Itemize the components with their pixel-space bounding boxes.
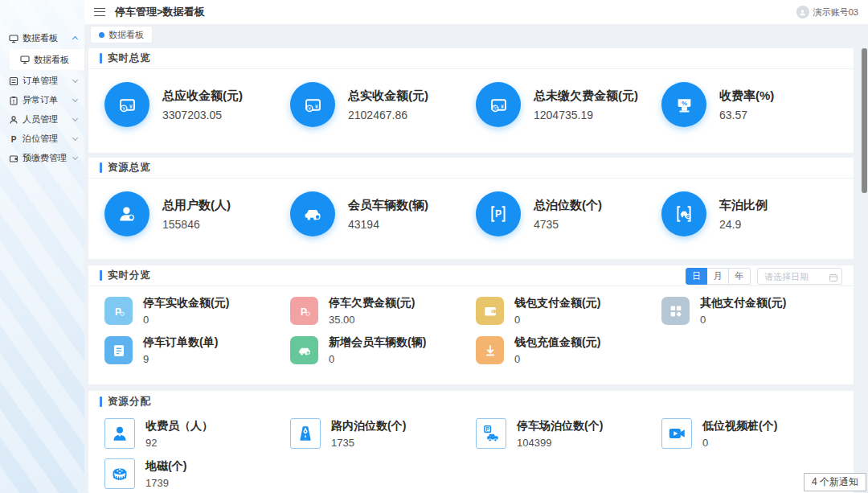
stat-card: ¥¥ 总实收金额(元) 2102467.86 — [285, 82, 471, 127]
section-accent-bar — [100, 162, 102, 173]
stat-card: 低位视频桩(个) 0 — [657, 418, 842, 449]
stat-label: 总用户数(人) — [162, 198, 231, 213]
filter-day-button[interactable]: 日 — [686, 268, 707, 285]
tab-dashboard[interactable]: 数据看板 — [91, 27, 152, 43]
sidebar-item-label: 订单管理 — [23, 75, 58, 87]
panel-resource-overview: 资源总览 总用户数(人) 155846 — [88, 158, 854, 259]
abnormal-order-icon — [9, 96, 18, 105]
stat-value: 1204735.19 — [534, 109, 638, 121]
svg-text:%: % — [682, 99, 687, 106]
chevron-down-icon — [72, 135, 78, 141]
stat-value: 3307203.05 — [162, 109, 243, 121]
stat-value: 0 — [702, 437, 777, 449]
main-content: 实时总览 ¥¥ 总应收金额(元) 3307203.05 ¥¥ — [84, 45, 868, 493]
chevron-down-icon — [72, 97, 78, 102]
sidebar-subitem-dashboard[interactable]: 数据看板 — [10, 49, 84, 70]
tab-label: 数据看板 — [108, 29, 144, 41]
stat-value: 155846 — [162, 218, 231, 231]
calendar-icon — [829, 271, 838, 286]
section-title: 实时分览 — [108, 269, 151, 282]
filter-month-button[interactable]: 月 — [707, 268, 729, 285]
car-icon — [290, 191, 335, 236]
money-card-icon: 欠¥ — [476, 82, 521, 127]
stat-value: 104399 — [517, 437, 603, 449]
user-account[interactable]: 演示账号03 — [796, 6, 858, 18]
sidebar-item-label: 泊位管理 — [23, 133, 58, 145]
svg-text:¥: ¥ — [500, 104, 503, 109]
stat-value: 0 — [514, 353, 600, 365]
stat-label: 车泊比例 — [719, 198, 768, 213]
car-parking-ratio-icon: % — [661, 191, 706, 236]
stat-value: 1739 — [145, 477, 186, 489]
stat-label: 收费率(%) — [719, 88, 774, 104]
filter-year-button[interactable]: 年 — [729, 268, 751, 285]
svg-text:P: P — [485, 426, 489, 432]
stat-card: P 总泊位数(个) 4735 — [471, 191, 657, 236]
top-header: 停车管理>数据看板 演示账号03 — [84, 0, 868, 24]
stat-card: 收费员（人） 92 — [100, 418, 285, 449]
road-icon — [290, 418, 321, 449]
active-dot-icon — [99, 32, 104, 38]
money-card-icon: ¥¥ — [104, 82, 149, 127]
dashboard-icon — [20, 55, 30, 64]
stat-card: P 停车场泊位数(个) 104399 — [471, 418, 657, 449]
stat-label: 收费员（人） — [145, 419, 213, 433]
notification-badge[interactable]: 4 个新通知 — [804, 473, 866, 491]
stat-card: + 新增会员车辆数(辆) 0 — [285, 335, 471, 365]
sidebar-item-label: 数据看板 — [34, 54, 69, 66]
stat-label: 总应收金额(元) — [162, 88, 243, 104]
sidebar-item-abnormal-orders[interactable]: 异常订单 — [0, 91, 84, 109]
menu-toggle-icon[interactable] — [94, 8, 105, 16]
period-button-group: 日 月 年 — [686, 268, 751, 285]
stat-value: 35.00 — [329, 314, 415, 326]
chevron-down-icon — [72, 154, 78, 160]
sidebar-item-orders[interactable]: 订单管理 — [0, 72, 84, 90]
stat-card: 总用户数(人) 155846 — [100, 191, 285, 236]
stat-card: 其他支付金额(元) 0 — [657, 296, 842, 326]
sidebar-item-berth[interactable]: P 泊位管理 — [0, 129, 84, 148]
geomagnetic-sensor-icon — [104, 458, 135, 489]
parking-p-icon: P — [104, 297, 133, 325]
stat-card: 路内泊位数(个) 1735 — [285, 418, 471, 449]
panel-realtime-breakdown: 实时分览 日 月 年 — [88, 265, 854, 384]
stat-label: 停车欠费金额(元) — [329, 296, 415, 310]
stat-value: 24.9 — [719, 218, 768, 231]
stat-label: 总泊位数(个) — [534, 198, 602, 213]
stat-value: 63.57 — [719, 109, 774, 121]
arrow-down-icon — [476, 336, 504, 364]
stat-value: 43194 — [348, 218, 428, 231]
tab-bar: 数据看板 — [84, 24, 868, 45]
document-icon — [104, 336, 133, 364]
svg-text:%: % — [686, 215, 690, 219]
sidebar-menu: 数据看板 数据看板 订单管理 异常订单 — [0, 0, 84, 167]
svg-text:¥: ¥ — [314, 104, 317, 109]
app-root: 数据看板 数据看板 订单管理 异常订单 — [0, 0, 868, 493]
parking-lot-car-icon: P — [476, 418, 506, 449]
chevron-down-icon — [72, 77, 78, 83]
order-management-icon — [9, 76, 18, 86]
panel-realtime-overview: 实时总览 ¥¥ 总应收金额(元) 3307203.05 ¥¥ — [88, 48, 854, 153]
stat-label: 地磁(个) — [145, 459, 186, 474]
sidebar-item-dashboard[interactable]: 数据看板 — [0, 29, 84, 47]
sidebar-item-personnel[interactable]: 人员管理 — [0, 110, 84, 129]
stat-card: % 车泊比例 24.9 — [657, 191, 842, 236]
stat-label: 路内泊位数(个) — [331, 419, 406, 433]
stat-label: 钱包充值金额(元) — [514, 335, 600, 350]
video-camera-icon — [661, 418, 692, 449]
svg-text:P: P — [495, 208, 502, 220]
stat-card: 会员车辆数(辆) 43194 — [285, 191, 471, 236]
scrollbar-thumb[interactable] — [862, 48, 867, 193]
stat-card: P 停车实收金额(元) 0 — [100, 296, 285, 326]
prepay-icon — [9, 154, 18, 163]
section-accent-bar — [100, 270, 102, 281]
sidebar: 数据看板 数据看板 订单管理 异常订单 — [0, 0, 84, 493]
stat-value: 0 — [329, 353, 426, 365]
sidebar-item-prepay[interactable]: 预缴费管理 — [0, 149, 84, 167]
sidebar-item-label: 异常订单 — [23, 94, 58, 106]
stat-value: 0 — [143, 314, 229, 326]
stat-card: P 停车欠费金额(元) 35.00 — [285, 296, 471, 326]
berth-icon: P — [9, 134, 18, 144]
date-picker[interactable] — [757, 268, 842, 285]
toll-collector-icon — [104, 418, 135, 449]
panel-resource-allocation: 资源分配 收费员（人） 92 路内泊位数(个) 1735 — [88, 391, 854, 493]
